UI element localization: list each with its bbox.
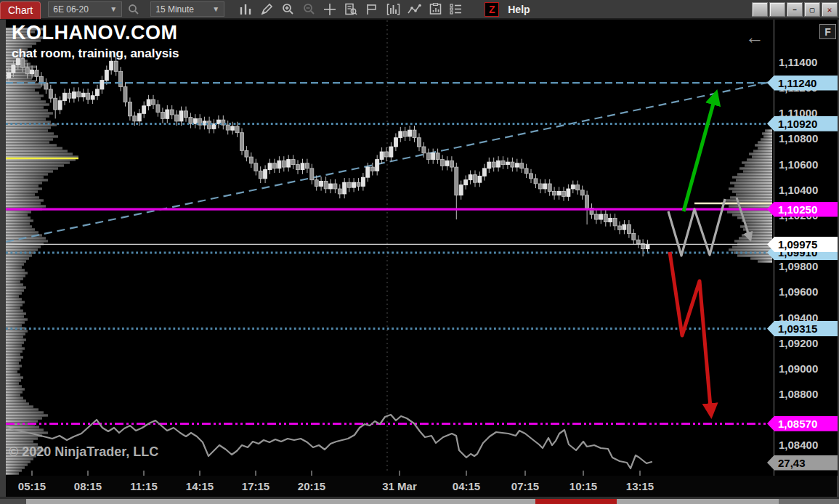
- price-tick-label: 1,09600: [779, 285, 818, 298]
- price-tag: 1,09315: [767, 321, 838, 336]
- time-axis[interactable]: 05:1508:1511:1514:1517:1520:1531 Mar04:1…: [6, 476, 837, 497]
- minimize-button[interactable]: –: [787, 2, 803, 17]
- z-app-icon[interactable]: Z: [485, 2, 499, 17]
- chevron-down-icon: ▼: [212, 5, 219, 13]
- tab-chart-label: Chart: [8, 4, 33, 16]
- focus-button[interactable]: F: [819, 24, 836, 39]
- time-label: 20:15: [298, 480, 325, 492]
- time-label: 04:15: [453, 480, 480, 492]
- time-label: 14:15: [186, 480, 214, 492]
- price-tag: 1,10920: [767, 116, 838, 131]
- chevron-down-icon: ▼: [110, 5, 117, 13]
- taskbar-strip: [0, 499, 839, 504]
- price-tick-label: 1,10400: [779, 184, 818, 196]
- price-tag: 1,09975: [767, 237, 838, 252]
- zoom-in-icon[interactable]: [278, 1, 297, 17]
- watermark-subtitle: chat room, training, analysis: [12, 46, 179, 61]
- taskbar-segment: [779, 499, 839, 504]
- instrument-label: 6E 06-20: [53, 4, 89, 15]
- price-tick-label: 1,08400: [779, 439, 818, 451]
- close-button[interactable]: ✕: [822, 2, 838, 17]
- toolbar: Chart 6E 06-20 ▼ 15 Minute ▼: [0, 0, 839, 20]
- price-tag: 27,43: [767, 455, 838, 471]
- taskbar-segment: [0, 499, 26, 504]
- time-label: 31 Mar: [382, 480, 417, 492]
- z-app-label: Z: [489, 4, 495, 15]
- drawing-tools-icon[interactable]: [405, 1, 423, 17]
- copyright-label: © 2020 NinjaTrader, LLC: [9, 444, 158, 460]
- price-tick-label: 1,11400: [779, 56, 817, 68]
- price-tag: 1,11240: [767, 76, 838, 91]
- strategies-icon[interactable]: [426, 1, 445, 17]
- window-frame-left: [0, 18, 6, 499]
- data-box-icon[interactable]: [341, 1, 360, 17]
- watermark: KOLHANOV.COM chat room, training, analys…: [12, 22, 179, 61]
- time-label: 10:15: [570, 480, 597, 492]
- instrument-selector[interactable]: 6E 06-20 ▼: [48, 1, 122, 17]
- help-menu[interactable]: Help: [508, 4, 530, 15]
- price-tick-label: 1,10800: [779, 132, 818, 145]
- taskbar-segment: [535, 499, 617, 504]
- ninjatrader-chart-window: 05:1508:1511:1514:1517:1520:1531 Mar04:1…: [0, 0, 839, 504]
- pencil-icon[interactable]: [257, 1, 276, 17]
- price-tag: 1,10250: [767, 202, 838, 217]
- price-tick-label: 1,09200: [779, 337, 818, 349]
- alerts-icon[interactable]: [362, 1, 381, 17]
- tab-chart[interactable]: Chart: [0, 1, 41, 19]
- price-tick-label: 1,08800: [779, 388, 818, 400]
- watermark-title: KOLHANOV.COM: [12, 22, 179, 44]
- time-label: 05:15: [18, 480, 46, 492]
- maximize-button[interactable]: ▢: [804, 2, 820, 17]
- window-extra-button-2[interactable]: [769, 2, 785, 17]
- indicators-icon[interactable]: [384, 1, 402, 17]
- window-controls: – ▢ ✕: [752, 2, 838, 17]
- bar-chart-icon[interactable]: [236, 1, 255, 17]
- price-tick-label: 1,10600: [779, 158, 818, 171]
- price-tick-label: 1,09000: [779, 362, 818, 375]
- search-icon[interactable]: [124, 1, 143, 17]
- interval-label: 15 Minute: [155, 4, 194, 15]
- time-label: 07:15: [511, 480, 539, 492]
- help-label: Help: [508, 4, 530, 15]
- time-label: 08:15: [74, 480, 102, 492]
- chart-canvas[interactable]: [0, 0, 839, 504]
- interval-selector[interactable]: 15 Minute ▼: [150, 1, 224, 17]
- time-label: 11:15: [130, 480, 158, 492]
- window-extra-button-1[interactable]: [752, 2, 768, 17]
- price-tick-label: 1,09800: [779, 260, 818, 272]
- time-label: 17:15: [242, 480, 269, 492]
- crosshair-icon[interactable]: [320, 1, 339, 17]
- scroll-left-icon[interactable]: ←: [745, 26, 764, 49]
- price-tag: 1,08570: [767, 416, 838, 431]
- time-label: 13:15: [626, 480, 654, 492]
- zoom-out-icon: [299, 1, 318, 17]
- properties-icon[interactable]: [447, 1, 466, 17]
